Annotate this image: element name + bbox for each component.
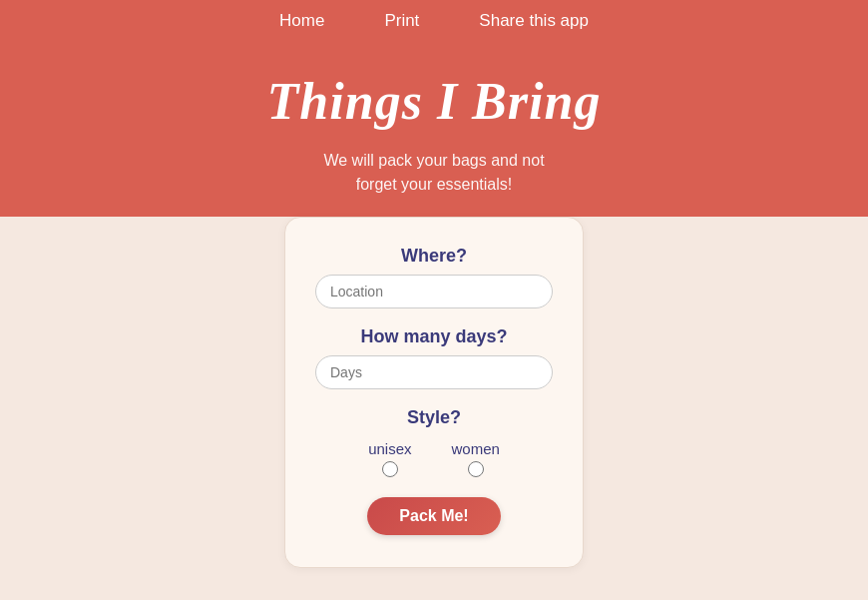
- style-radio-group: unisex women: [315, 440, 553, 477]
- style-label: Style?: [315, 407, 553, 428]
- radio-women-label: women: [452, 440, 500, 457]
- radio-item-unisex: unisex: [368, 440, 411, 477]
- nav-print[interactable]: Print: [384, 11, 419, 31]
- content-area: Where? How many days? Style? unisex wome…: [0, 217, 868, 600]
- hero-subtitle: We will pack your bags and not forget yo…: [20, 149, 848, 197]
- nav-home[interactable]: Home: [279, 11, 324, 31]
- radio-women[interactable]: [468, 461, 484, 477]
- days-input[interactable]: [315, 355, 553, 389]
- radio-item-women: women: [452, 440, 500, 477]
- where-label: Where?: [315, 246, 553, 267]
- main-nav: Home Print Share this app: [0, 0, 868, 42]
- days-label: How many days?: [315, 326, 553, 347]
- radio-unisex-label: unisex: [368, 440, 411, 457]
- location-input[interactable]: [315, 275, 553, 308]
- form-card: Where? How many days? Style? unisex wome…: [284, 217, 584, 568]
- radio-unisex[interactable]: [382, 461, 398, 477]
- nav-share[interactable]: Share this app: [479, 11, 589, 31]
- hero-title: Things I Bring: [20, 72, 848, 131]
- pack-button[interactable]: Pack Me!: [367, 497, 500, 535]
